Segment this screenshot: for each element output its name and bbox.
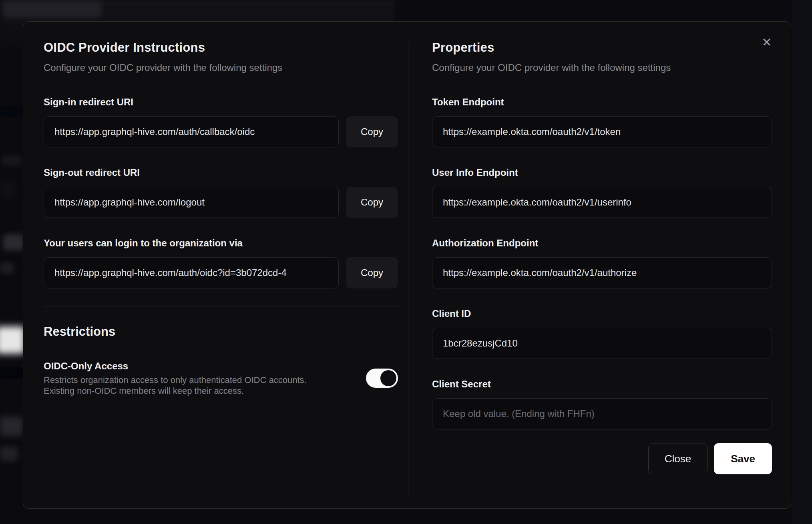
column-divider [408,42,408,498]
token-endpoint-row [432,116,772,147]
authorization-endpoint-input[interactable] [432,257,772,288]
properties-column: Properties Configure your OIDC provider … [432,40,772,474]
restrictions-title: Restrictions [44,324,398,339]
save-button[interactable]: Save [714,443,772,474]
background-dark-band [0,105,23,117]
oidc-settings-dialog: ✕ OIDC Provider Instructions Configure y… [23,21,791,509]
oidc-only-access-label: OIDC-Only Access [44,360,354,372]
userinfo-endpoint-label: User Info Endpoint [432,167,772,179]
background-white-button-fragment [0,326,25,354]
toggle-thumb [380,370,396,386]
background-text-fragment [0,182,16,198]
instructions-title: OIDC Provider Instructions [44,40,398,55]
client-id-input[interactable] [432,328,772,359]
close-button[interactable]: Close [648,443,707,474]
properties-title: Properties [432,40,772,55]
userinfo-endpoint-row [432,187,772,218]
background-blurred-logo [3,1,101,18]
background-text-fragment [0,447,18,461]
signin-redirect-uri-label: Sign-in redirect URI [44,96,398,108]
client-id-label: Client ID [432,308,772,320]
background-dark-band [0,367,23,379]
copy-signout-uri-button[interactable]: Copy [346,187,398,218]
copy-signin-uri-button[interactable]: Copy [346,116,398,147]
oidc-only-access-toggle[interactable] [366,369,398,388]
org-login-uri-label: Your users can login to the organization… [44,237,398,249]
client-secret-input[interactable] [432,398,772,429]
background-text-fragment [0,262,14,274]
oidc-only-access-text: OIDC-Only Access Restricts organization … [44,360,354,396]
instructions-subtitle: Configure your OIDC provider with the fo… [44,62,398,74]
client-secret-row [432,398,772,429]
background-text-fragment [0,417,23,436]
properties-subtitle: Configure your OIDC provider with the fo… [432,62,772,74]
section-divider [44,306,398,306]
org-login-uri-row: Copy [44,257,398,288]
userinfo-endpoint-input[interactable] [432,187,772,218]
token-endpoint-input[interactable] [432,116,772,147]
oidc-only-access-description: Restricts organization access to only au… [44,375,354,396]
signout-redirect-uri-label: Sign-out redirect URI [44,167,398,179]
token-endpoint-label: Token Endpoint [432,96,772,108]
oidc-only-access-row: OIDC-Only Access Restricts organization … [44,360,398,396]
signin-redirect-uri-input[interactable] [44,116,339,147]
background-text-fragment [3,234,24,250]
org-login-uri-input[interactable] [44,257,339,288]
signout-redirect-uri-row: Copy [44,187,398,218]
client-id-row [432,328,772,359]
instructions-column: OIDC Provider Instructions Configure you… [44,40,398,396]
authorization-endpoint-row [432,257,772,288]
authorization-endpoint-label: Authorization Endpoint [432,237,772,249]
signout-redirect-uri-input[interactable] [44,187,339,218]
description-line: Existing non-OIDC members will keep thei… [44,385,354,396]
client-secret-label: Client Secret [432,378,772,390]
background-right-panel-edge [792,0,812,524]
dialog-actions: Close Save [432,443,772,474]
description-line: Restricts organization access to only au… [44,375,354,385]
signin-redirect-uri-row: Copy [44,116,398,147]
background-text-fragment [2,155,22,166]
copy-org-login-uri-button[interactable]: Copy [346,257,398,288]
